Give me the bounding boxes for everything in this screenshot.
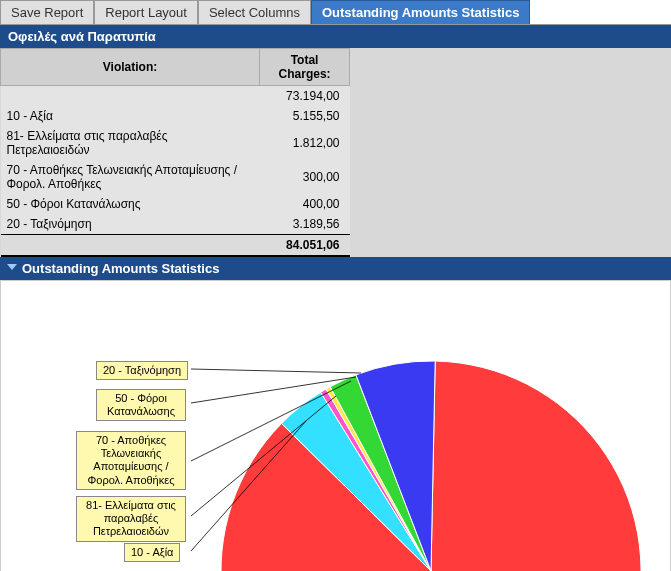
tab-bar: Save Report Report Layout Select Columns… <box>0 0 671 25</box>
table-row: 70 - Αποθήκες Τελωνειακής Αποταμίευσης /… <box>1 160 350 194</box>
tab-save-report[interactable]: Save Report <box>0 0 94 24</box>
stats-panel-title: Outstanding Amounts Statistics <box>22 261 219 276</box>
charge-value: 300,00 <box>260 160 350 194</box>
charge-value: 5.155,50 <box>260 106 350 126</box>
section-title: Οφειλές ανά Παρατυπία <box>0 25 671 48</box>
column-header-charges[interactable]: Total Charges: <box>260 49 350 86</box>
table-total-row: 84.051,06 <box>1 235 350 257</box>
callout-70: 70 - Αποθήκες Τελωνειακής Αποταμίευσης /… <box>76 431 186 490</box>
total-value: 84.051,06 <box>260 235 350 257</box>
callout-20: 20 - Ταξινόμηση <box>96 361 188 380</box>
tab-outstanding-stats[interactable]: Outstanding Amounts Statistics <box>311 0 530 24</box>
violation-label: 50 - Φόροι Κατανάλωσης <box>1 194 260 214</box>
total-label <box>1 235 260 257</box>
pie-chart: 20 - Ταξινόμηση 50 - Φόροι Κατανάλωσης 7… <box>0 280 671 571</box>
violation-label: 81- Ελλείματα στις παραλαβές Πετρελαιοει… <box>1 126 260 160</box>
table-row: 81- Ελλείματα στις παραλαβές Πετρελαιοει… <box>1 126 350 160</box>
table-row: 20 - Ταξινόμηση 3.189,56 <box>1 214 350 235</box>
callout-10: 10 - Αξία <box>124 543 180 562</box>
svg-marker-0 <box>7 264 17 270</box>
charge-value: 1.812,00 <box>260 126 350 160</box>
violation-label: 20 - Ταξινόμηση <box>1 214 260 235</box>
column-header-violation[interactable]: Violation: <box>1 49 260 86</box>
leader-line <box>191 369 361 373</box>
charge-value: 73.194,00 <box>260 86 350 107</box>
charge-value: 3.189,56 <box>260 214 350 235</box>
tab-select-columns[interactable]: Select Columns <box>198 0 311 24</box>
table-row: 10 - Αξία 5.155,50 <box>1 106 350 126</box>
callout-81: 81- Ελλείματα στις παραλαβές Πετρελαιοει… <box>76 496 186 542</box>
violation-label: 70 - Αποθήκες Τελωνειακής Αποταμίευσης /… <box>1 160 260 194</box>
violation-label <box>1 86 260 107</box>
charge-value: 400,00 <box>260 194 350 214</box>
chevron-down-icon <box>6 261 18 276</box>
tab-report-layout[interactable]: Report Layout <box>94 0 198 24</box>
violation-label: 10 - Αξία <box>1 106 260 126</box>
table-row: 73.194,00 <box>1 86 350 107</box>
callout-50: 50 - Φόροι Κατανάλωσης <box>96 389 186 421</box>
violation-table: Violation: Total Charges: 73.194,00 10 -… <box>0 48 671 257</box>
table-row: 50 - Φόροι Κατανάλωσης 400,00 <box>1 194 350 214</box>
stats-panel-header[interactable]: Outstanding Amounts Statistics <box>0 257 671 280</box>
